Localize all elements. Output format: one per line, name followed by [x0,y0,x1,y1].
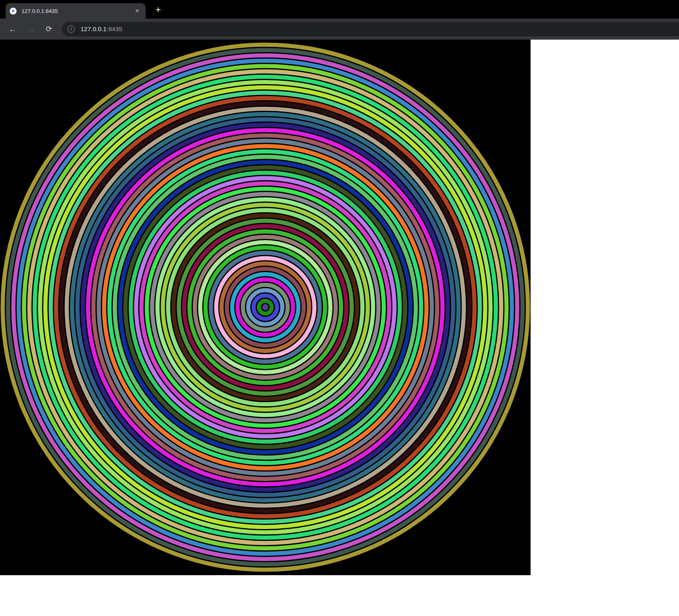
browser-tab[interactable]: 127.0.0.1:8435 × [6,3,146,19]
tab-title: 127.0.0.1:8435 [21,8,133,14]
favicon-icon [10,8,17,15]
reload-icon[interactable]: ⟳ [43,23,55,35]
url-text: 127.0.0.1:8435 [80,25,122,33]
back-icon[interactable]: ← [6,23,19,35]
browser-toolbar: ← → ⟳ i 127.0.0.1:8435 [0,19,679,40]
address-bar[interactable]: i 127.0.0.1:8435 [62,22,679,36]
ring-49 [262,304,269,311]
page-content [0,40,679,616]
url-host: 127.0.0.1 [80,25,107,32]
close-icon[interactable]: × [133,6,142,15]
url-port: :8435 [107,25,123,32]
play-icon [12,9,15,13]
rings-canvas [0,40,531,575]
info-icon[interactable]: i [68,25,75,33]
forward-icon[interactable]: → [25,23,37,35]
tab-strip: 127.0.0.1:8435 × + [0,0,679,19]
new-tab-button[interactable]: + [152,4,164,16]
concentric-rings-image [0,40,531,575]
